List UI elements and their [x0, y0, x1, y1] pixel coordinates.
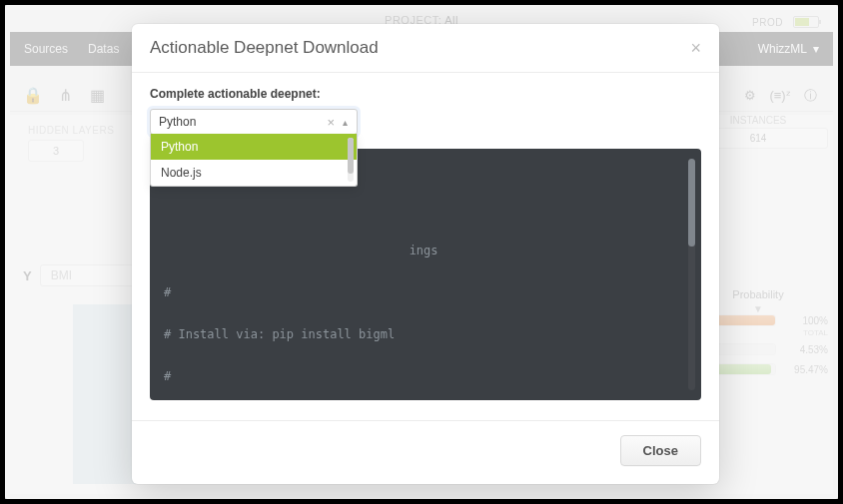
form-label: Complete actionable deepnet:: [150, 87, 701, 101]
dropdown-scrollbar[interactable]: [348, 138, 354, 182]
language-select[interactable]: Python × ▴ Python Node.js: [150, 109, 358, 135]
dropdown-option-python[interactable]: Python: [151, 134, 357, 160]
select-value: Python: [159, 115, 322, 129]
code-scrollbar[interactable]: [688, 159, 695, 390]
close-button[interactable]: Close: [620, 435, 701, 466]
dropdown-option-nodejs[interactable]: Node.js: [151, 160, 357, 186]
clear-icon[interactable]: ×: [322, 115, 340, 130]
language-dropdown: Python Node.js: [150, 134, 358, 187]
download-modal: Actionable Deepnet Download × Complete a…: [132, 24, 719, 484]
chevron-up-icon[interactable]: ▴: [340, 117, 351, 128]
close-icon[interactable]: ×: [690, 39, 701, 57]
modal-title: Actionable Deepnet Download: [150, 38, 379, 58]
